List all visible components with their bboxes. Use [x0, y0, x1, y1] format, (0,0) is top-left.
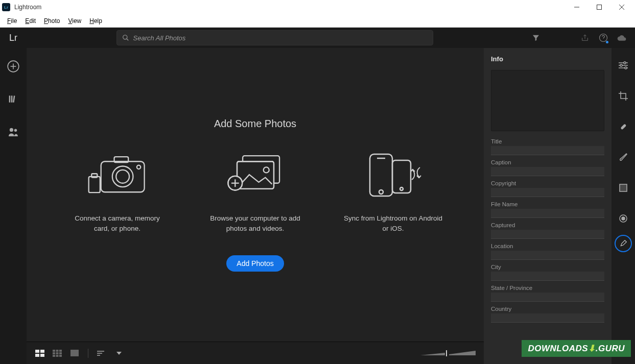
- svg-point-18: [116, 170, 129, 183]
- field-label-location: Location: [491, 243, 604, 249]
- svg-point-56: [624, 62, 626, 64]
- adjust-button[interactable]: [614, 56, 632, 75]
- card-text: Browse your computer to add photos and v…: [204, 213, 307, 234]
- radial-button[interactable]: [614, 209, 632, 228]
- svg-point-34: [400, 187, 403, 190]
- card-sync-mobile: Sync from Lightroom on Android or iOS.: [342, 150, 444, 234]
- field-input-caption[interactable]: [491, 167, 604, 176]
- svg-rect-20: [88, 177, 100, 192]
- svg-point-60: [625, 67, 627, 69]
- svg-point-17: [112, 166, 133, 187]
- svg-rect-42: [53, 352, 55, 354]
- gradient-button[interactable]: [614, 179, 632, 197]
- svg-point-13: [10, 128, 13, 132]
- card-connect-device: Connect a camera, memory card, or phone.: [66, 150, 169, 234]
- add-photos-button[interactable]: Add Photos: [226, 255, 284, 272]
- sort-button[interactable]: [96, 348, 108, 358]
- menu-help[interactable]: Help: [85, 16, 106, 26]
- window-title: Lightroom: [14, 4, 566, 11]
- svg-rect-10: [9, 95, 11, 102]
- svg-rect-45: [53, 355, 55, 357]
- svg-point-65: [622, 217, 625, 220]
- info-preview: [491, 70, 604, 131]
- svg-line-5: [126, 39, 128, 41]
- bottom-toolbar: [27, 342, 484, 364]
- sort-dropdown[interactable]: [113, 348, 125, 358]
- share-button[interactable]: [576, 29, 594, 47]
- menu-file[interactable]: File: [3, 16, 21, 26]
- add-button[interactable]: [4, 57, 22, 76]
- search-icon: [122, 34, 129, 41]
- search-placeholder: Search All Photos: [133, 34, 186, 42]
- lightroom-logo: Lr: [4, 33, 22, 43]
- menu-view[interactable]: View: [64, 16, 85, 26]
- maximize-button[interactable]: [588, 0, 610, 14]
- field-input-city[interactable]: [491, 272, 604, 281]
- app-icon: Lr: [2, 3, 10, 11]
- svg-rect-11: [11, 95, 12, 102]
- search-input[interactable]: Search All Photos: [116, 30, 433, 45]
- svg-rect-36: [40, 350, 44, 353]
- svg-rect-12: [13, 95, 15, 103]
- minimize-button[interactable]: [566, 0, 588, 14]
- people-button[interactable]: [4, 123, 22, 141]
- grid-view-button[interactable]: [34, 348, 46, 358]
- svg-rect-53: [446, 350, 447, 356]
- menu-photo[interactable]: Photo: [40, 16, 64, 26]
- brush-button[interactable]: [614, 148, 632, 166]
- svg-point-14: [14, 129, 17, 132]
- field-input-state[interactable]: [491, 293, 604, 302]
- photo-stack-icon: [225, 150, 286, 201]
- svg-rect-1: [597, 5, 602, 10]
- card-text: Sync from Lightroom on Android or iOS.: [342, 213, 444, 234]
- field-input-filename[interactable]: [491, 209, 604, 218]
- card-text: Connect a camera, memory card, or phone.: [66, 213, 169, 234]
- field-input-country[interactable]: [491, 313, 604, 323]
- svg-rect-63: [620, 184, 627, 191]
- window-titlebar: Lr Lightroom: [0, 0, 635, 14]
- svg-marker-54: [449, 351, 476, 355]
- svg-point-4: [123, 35, 127, 39]
- field-label-country: Country: [491, 306, 604, 312]
- field-input-location[interactable]: [491, 251, 604, 260]
- field-input-captured[interactable]: [491, 230, 604, 239]
- notification-dot: [606, 41, 608, 43]
- single-view-button[interactable]: [68, 348, 81, 358]
- svg-rect-33: [392, 160, 411, 193]
- small-grid-button[interactable]: [51, 348, 63, 358]
- svg-rect-35: [35, 350, 39, 353]
- right-rail: [612, 48, 635, 364]
- field-label-state: State / Province: [491, 285, 604, 291]
- svg-rect-46: [56, 355, 59, 357]
- menu-bar: File Edit Photo View Help: [0, 14, 635, 28]
- edit-highlight-button[interactable]: [615, 235, 632, 252]
- info-heading: Info: [491, 55, 604, 63]
- field-input-title[interactable]: [491, 146, 604, 155]
- app-toolbar: Lr Search All Photos: [0, 28, 635, 48]
- cloud-sync-button[interactable]: [613, 29, 631, 47]
- field-label-copyright: Copyright: [491, 180, 604, 186]
- help-button[interactable]: [594, 29, 613, 47]
- heal-button[interactable]: [614, 117, 632, 136]
- close-button[interactable]: [610, 0, 633, 14]
- zoom-slider[interactable]: [420, 349, 477, 357]
- crop-button[interactable]: [614, 87, 632, 105]
- library-button[interactable]: [4, 90, 22, 108]
- field-label-city: City: [491, 264, 604, 270]
- svg-rect-44: [59, 352, 62, 354]
- field-label-caption: Caption: [491, 159, 604, 165]
- filter-button[interactable]: [527, 29, 545, 47]
- camera-icon: [87, 150, 148, 201]
- svg-rect-37: [35, 354, 39, 357]
- svg-point-58: [620, 64, 622, 66]
- card-browse-computer: Browse your computer to add photos and v…: [204, 150, 307, 234]
- menu-edit[interactable]: Edit: [21, 16, 40, 26]
- field-input-copyright[interactable]: [491, 188, 604, 197]
- main-stage: Add Some Photos: [27, 48, 484, 364]
- svg-point-19: [136, 165, 140, 169]
- svg-rect-43: [56, 352, 59, 354]
- svg-rect-47: [59, 355, 62, 357]
- left-rail: [0, 48, 27, 364]
- svg-marker-52: [420, 353, 445, 355]
- mobile-sync-icon: [363, 150, 424, 201]
